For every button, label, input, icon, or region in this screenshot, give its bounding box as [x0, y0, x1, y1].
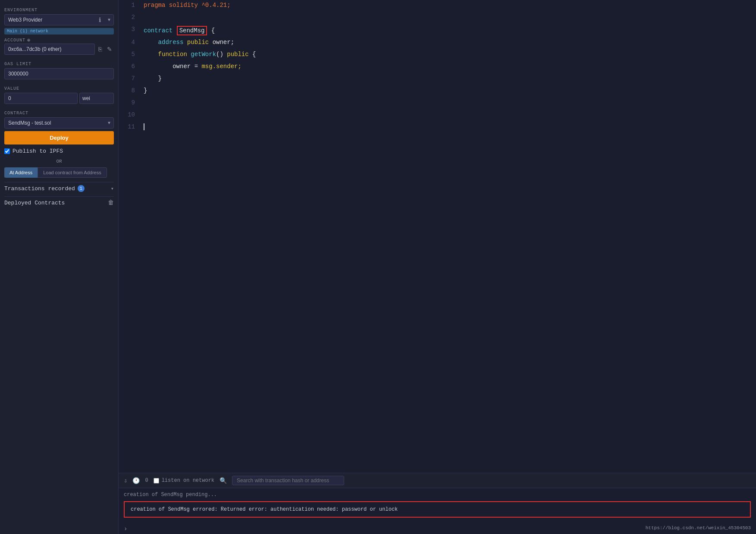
code-line-4: 4 address public owner; — [119, 37, 756, 49]
line-num-1: 1 — [119, 0, 140, 12]
footer-link[interactable]: https://blog.csdn.net/weixin_45304503 — [646, 525, 751, 531]
line-content-5: function getWork() public { — [140, 49, 756, 61]
line-content-1: pragma solidity ^0.4.21; — [140, 0, 756, 12]
network-badge: Main (1) network — [4, 28, 114, 35]
trash-icon[interactable]: 🗑 — [108, 199, 114, 206]
transactions-row[interactable]: Transactions recorded 1 ▾ — [4, 182, 114, 195]
line-content-8: } — [140, 85, 756, 97]
account-edit-icon[interactable]: ✎ — [105, 45, 114, 53]
contract-label: CONTRACT — [4, 111, 114, 116]
code-line-7: 7 } — [119, 73, 756, 85]
environment-info-icon[interactable]: ℹ — [99, 16, 101, 24]
listen-checkbox[interactable] — [154, 478, 159, 484]
gas-limit-input[interactable] — [4, 68, 114, 79]
listen-label: listen on network — [162, 477, 214, 484]
code-line-10: 10 — [119, 110, 756, 122]
publish-row: Publish to IPFS — [4, 148, 114, 154]
publish-checkbox[interactable] — [4, 148, 10, 154]
line-num-4: 4 — [119, 37, 140, 49]
line-content-11 — [140, 122, 756, 134]
deployed-contracts-row: Deployed Contracts 🗑 — [4, 196, 114, 209]
console-messages: creation of SendMsg pending... creation … — [119, 488, 756, 524]
line-content-9 — [140, 97, 756, 110]
console-pending-msg: creation of SendMsg pending... — [124, 492, 751, 498]
line-num-7: 7 — [119, 73, 140, 85]
clear-console-icon[interactable]: ⇩ — [124, 477, 127, 484]
or-divider: OR — [4, 159, 114, 164]
account-select[interactable]: 0xc6a...7dc3b (0 ether) — [4, 44, 95, 55]
line-content-10 — [140, 110, 756, 122]
value-input[interactable] — [4, 93, 78, 104]
environment-label: ENVIRONMENT — [4, 8, 114, 13]
account-plus-icon[interactable]: ⊕ — [27, 37, 31, 44]
console-prompt-icon: › — [124, 525, 127, 532]
code-line-6: 6 owner = msg.sender; — [119, 61, 756, 73]
sidebar: ENVIRONMENT Web3 Provider ▼ ℹ Main (1) n… — [0, 0, 119, 534]
line-num-11: 11 — [119, 122, 140, 134]
line-content-4: address public owner; — [140, 37, 756, 49]
console-area: ⇩ 🕐 0 listen on network 🔍 creation of Se… — [119, 473, 756, 534]
contract-select-wrapper: SendMsg - test.sol ▼ — [4, 117, 114, 129]
console-count: 0 — [145, 477, 148, 484]
code-panel[interactable]: 1 pragma solidity ^0.4.21; 2 3 contract … — [119, 0, 756, 473]
line-num-10: 10 — [119, 110, 140, 122]
listen-row: listen on network — [154, 477, 214, 484]
unit-select[interactable]: wei gwei ether — [79, 93, 114, 104]
account-copy-icon[interactable]: ⎘ — [97, 45, 104, 53]
line-num-5: 5 — [119, 49, 140, 61]
value-row: wei gwei ether — [4, 93, 114, 104]
account-row: 0xc6a...7dc3b (0 ether) ⎘ ✎ — [4, 44, 114, 55]
line-content-3: contract SendMsg { — [140, 24, 756, 37]
console-error-msg: creation of SendMsg errored: Returned er… — [131, 506, 398, 512]
code-line-9: 9 — [119, 97, 756, 110]
transactions-chevron-icon: ▾ — [111, 185, 114, 192]
line-num-3: 3 — [119, 24, 140, 37]
transactions-label: Transactions recorded — [4, 185, 75, 192]
contract-select[interactable]: SendMsg - test.sol — [4, 117, 114, 129]
code-line-1: 1 pragma solidity ^0.4.21; — [119, 0, 756, 12]
transactions-left: Transactions recorded 1 — [4, 185, 85, 192]
code-line-2: 2 — [119, 12, 756, 24]
code-line-11: 11 — [119, 122, 756, 134]
value-label: VALUE — [4, 86, 114, 91]
code-line-8: 8 } — [119, 85, 756, 97]
line-num-8: 8 — [119, 85, 140, 97]
publish-label: Publish to IPFS — [13, 148, 63, 154]
console-toolbar: ⇩ 🕐 0 listen on network 🔍 — [119, 473, 756, 488]
environment-select[interactable]: Web3 Provider — [4, 14, 114, 25]
clock-icon[interactable]: 🕐 — [132, 477, 140, 484]
line-num-2: 2 — [119, 12, 140, 24]
environment-select-wrapper: Web3 Provider ▼ ℹ — [4, 14, 114, 25]
account-section-label: ACCOUNT ⊕ — [4, 37, 114, 44]
line-content-6: owner = msg.sender; — [140, 61, 756, 73]
line-content-7: } — [140, 73, 756, 85]
address-btn-row: At Address Load contract from Address — [4, 167, 114, 178]
code-line-5: 5 function getWork() public { — [119, 49, 756, 61]
editor-area: 1 pragma solidity ^0.4.21; 2 3 contract … — [119, 0, 756, 534]
load-contract-button[interactable]: Load contract from Address — [38, 167, 107, 178]
at-address-button[interactable]: At Address — [4, 167, 38, 178]
line-num-9: 9 — [119, 97, 140, 110]
line-content-2 — [140, 12, 756, 24]
deployed-contracts-label: Deployed Contracts — [4, 200, 65, 206]
console-error-box: creation of SendMsg errored: Returned er… — [124, 501, 751, 518]
gas-limit-label: GAS LIMIT — [4, 62, 114, 66]
transactions-count-badge: 1 — [78, 185, 85, 192]
code-line-3: 3 contract SendMsg { — [119, 24, 756, 37]
deploy-button[interactable]: Deploy — [4, 131, 114, 144]
search-input[interactable] — [232, 476, 344, 485]
search-icon[interactable]: 🔍 — [220, 477, 227, 484]
line-num-6: 6 — [119, 61, 140, 73]
